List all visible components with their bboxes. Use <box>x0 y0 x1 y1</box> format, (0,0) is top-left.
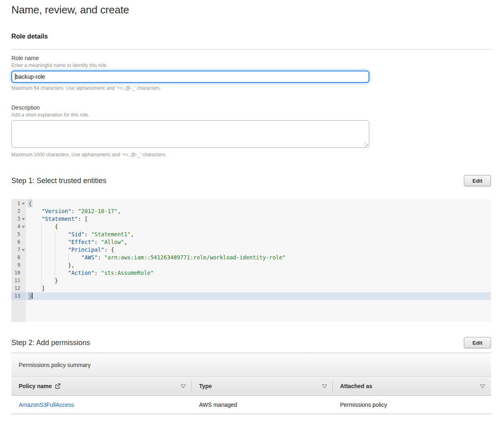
editor-code-text: "Sid": "Statement1", <box>26 231 134 238</box>
editor-line[interactable]: 1{ <box>11 200 491 207</box>
column-header-label: Type <box>199 383 212 389</box>
role-name-helper: Enter a meaningful name to identify this… <box>11 63 491 68</box>
step1-header: Step 1: Select trusted entities Edit <box>11 175 491 186</box>
editor-line-number: 5 <box>11 231 22 238</box>
editor-line-number: 4 <box>11 223 22 231</box>
editor-lines: 1{2 "Version": "2012-10-17",3 "Statement… <box>11 199 491 300</box>
editor-code-text: "Version": "2012-10-17", <box>26 207 121 215</box>
editor-line-number: 1 <box>11 200 22 207</box>
text-caret <box>15 73 15 80</box>
editor-active-line[interactable]: 13} <box>11 292 491 300</box>
policy-name-link[interactable]: AmazonS3FullAccess <box>19 402 74 408</box>
step2-heading: Step 2: Add permissions <box>11 338 90 347</box>
editor-line[interactable]: 10 "Action": "sts:AssumeRole" <box>11 269 491 277</box>
fold-arrow-icon[interactable] <box>22 218 26 220</box>
role-name-label: Role name <box>11 55 491 62</box>
edit-trusted-entities-button[interactable]: Edit <box>464 175 491 186</box>
description-textarea[interactable] <box>11 120 369 148</box>
editor-line[interactable]: 7 "Principal": { <box>11 246 491 254</box>
textarea-resize-handle[interactable] <box>364 142 368 147</box>
editor-line[interactable]: 2 "Version": "2012-10-17", <box>11 207 491 215</box>
column-header-label: Policy name <box>19 383 60 389</box>
editor-line-number: 12 <box>11 285 22 292</box>
trust-policy-code-editor[interactable]: 1{2 "Version": "2012-10-17",3 "Statement… <box>11 199 491 322</box>
permissions-table-body: AmazonS3FullAccessAWS managedPermissions… <box>11 396 491 414</box>
editor-code-text: "Principal": { <box>26 246 114 254</box>
editor-code-text: "Action": "sts:AssumeRole" <box>26 269 154 277</box>
table-cell: AmazonS3FullAccess <box>11 396 192 414</box>
editor-code-text: "AWS": "arn:aws:iam::541263489771:role/w… <box>26 254 286 261</box>
column-header-label: Attached as <box>340 383 372 389</box>
editor-code-text: { <box>26 223 58 231</box>
column-header-policy-name[interactable]: Policy name <box>11 377 192 395</box>
role-name-field: Role name Enter a meaningful name to ide… <box>11 55 491 91</box>
filter-dropdown-icon[interactable] <box>480 384 485 389</box>
table-cell: AWS managed <box>192 396 333 414</box>
editor-code-text: } <box>26 292 32 300</box>
description-constraint: Maximum 1000 characters. Use alphanumeri… <box>11 152 491 158</box>
fold-arrow-icon[interactable] <box>22 203 26 205</box>
editor-line[interactable]: 12 ] <box>11 285 491 292</box>
editor-code-text: { <box>26 200 32 207</box>
editor-code-text: } <box>26 277 58 285</box>
fold-arrow-icon[interactable] <box>22 249 26 251</box>
external-link-icon <box>55 383 60 389</box>
step2-header: Step 2: Add permissions Edit <box>11 337 491 348</box>
editor-line[interactable]: 3 "Statement": [ <box>11 215 491 223</box>
description-label: Description <box>11 104 491 111</box>
role-details-heading: Role details <box>11 32 491 41</box>
permissions-table-title: Permissions policy summary <box>11 353 491 377</box>
column-header-attached-as[interactable]: Attached as <box>333 377 491 395</box>
editor-line[interactable]: 8 "AWS": "arn:aws:iam::541263489771:role… <box>11 254 491 261</box>
filter-dropdown-icon[interactable] <box>322 384 327 389</box>
editor-line-number: 2 <box>11 207 22 215</box>
editor-line-number: 3 <box>11 215 22 223</box>
editor-line-number: 6 <box>11 238 22 246</box>
page: Name, review, and create Role details Ro… <box>0 3 504 414</box>
permissions-table-header: Policy nameTypeAttached as <box>11 377 491 396</box>
edit-permissions-button[interactable]: Edit <box>464 337 491 348</box>
description-field: Description Add a short explanation for … <box>11 104 491 158</box>
editor-line-number: 11 <box>11 277 22 285</box>
editor-line[interactable]: 4 { <box>11 223 491 231</box>
step1-heading: Step 1: Select trusted entities <box>11 176 106 185</box>
editor-line-number: 9 <box>11 261 22 269</box>
editor-line-number: 13 <box>11 292 22 300</box>
editor-code-text: "Statement": [ <box>26 215 88 223</box>
divider <box>11 49 491 50</box>
role-name-input[interactable] <box>11 71 369 83</box>
editor-line-number: 7 <box>11 246 22 254</box>
filter-dropdown-icon[interactable] <box>181 384 186 389</box>
column-header-type[interactable]: Type <box>192 377 333 395</box>
role-name-constraint: Maximum 64 characters. Use alphanumeric … <box>11 85 491 91</box>
table-cell: Permissions policy <box>333 396 491 414</box>
page-title: Name, review, and create <box>11 3 491 16</box>
editor-code-text: ] <box>26 285 45 292</box>
editor-line[interactable]: 11 } <box>11 277 491 285</box>
editor-text-caret <box>32 293 32 299</box>
permissions-policy-table: Permissions policy summary Policy nameTy… <box>11 353 491 414</box>
description-helper: Add a short explanation for this role. <box>11 112 491 118</box>
editor-line[interactable]: 6 "Effect": "Allow", <box>11 238 491 246</box>
editor-code-text: }, <box>26 261 75 269</box>
editor-code-text: "Effect": "Allow", <box>26 238 127 246</box>
editor-line-number: 8 <box>11 254 22 261</box>
table-row: AmazonS3FullAccessAWS managedPermissions… <box>11 396 491 414</box>
editor-line[interactable]: 9 }, <box>11 261 491 269</box>
editor-line[interactable]: 5 "Sid": "Statement1", <box>11 231 491 238</box>
fold-arrow-icon[interactable] <box>22 226 26 228</box>
editor-line-number: 10 <box>11 269 22 277</box>
